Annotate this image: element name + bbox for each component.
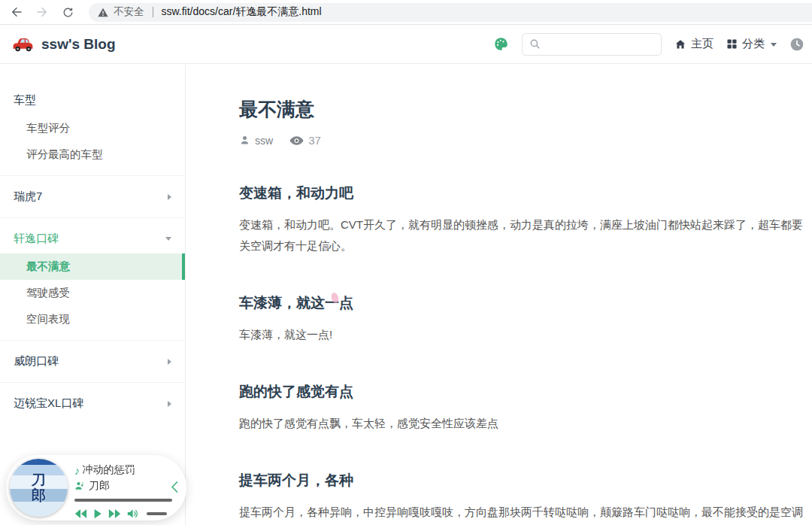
views-count: 37 [308,134,321,147]
section-body: 跑的快了感觉有点飘，车太轻，感觉安全性应该差点 [239,413,807,434]
author-icon [239,135,250,146]
section-heading: 变速箱，和动力吧 [239,184,807,203]
sidebar-item-top-rated-models[interactable]: 评分最高的车型 [0,141,185,168]
section-heading: 跑的快了感觉有点 [239,382,807,402]
browser-forward-icon[interactable] [33,3,51,21]
browser-reload-icon[interactable] [59,3,77,21]
volume-bar[interactable] [147,512,167,515]
site-title: ssw's Blog [41,36,116,53]
sidebar-group-title: 车型 [0,81,185,115]
car-logo-icon [12,36,34,53]
article-section: 车漆薄，就这一点 车漆薄，就这一点! [239,293,807,345]
omnibox-separator [153,7,153,17]
chevron-right-icon [168,359,171,365]
chevron-right-icon [168,194,171,200]
sidebar-item-driving-feel[interactable]: 驾驶感受 [0,280,185,306]
section-body: 提车两个月，各种异响，中控异响嘎吱嘎吱，方向盘那块两千转哒哒响，颠簸路车门哒哒响… [239,502,807,525]
chevron-down-icon [771,43,777,47]
song-row: ♪ 冲动的惩罚 [74,463,167,477]
previous-track-icon[interactable] [74,508,87,519]
site-brand[interactable]: ssw's Blog [12,36,116,53]
views-eye-icon [289,135,304,146]
sidebar-group-mairuibao[interactable]: 迈锐宝XL口碑 [0,382,185,424]
section-heading: 车漆薄，就这一点 [239,293,807,313]
search-box [522,33,662,56]
page-url: ssw.fit/docs/car/轩逸最不满意.html [162,5,322,19]
article-meta: ssw 37 [239,134,807,147]
sidebar-group-models: 车型 车型评分 评分最高的车型 [0,81,185,175]
page-title: 最不满意 [239,96,807,122]
singer-icon [74,481,85,491]
sidebar-group-title: 瑞虎7 [14,190,42,204]
sidebar-group-title: 威朗口碑 [14,354,59,369]
chevron-down-icon [165,237,171,241]
sidebar-group-weilang[interactable]: 威朗口碑 [0,340,185,382]
search-input[interactable] [545,38,654,50]
home-icon [674,38,686,50]
next-track-icon[interactable] [108,508,121,519]
chevron-right-icon [168,401,171,407]
browser-toolbar: 不安全 ssw.fit/docs/car/轩逸最不满意.html [0,0,812,25]
article-section: 跑的快了感觉有点 跑的快了感觉有点飘，车太轻，感觉安全性应该差点 [239,382,807,434]
nav-home-label: 主页 [691,37,714,51]
categories-grid-icon [726,38,738,50]
sidebar-group-ruihu7[interactable]: 瑞虎7 [0,175,185,217]
play-icon[interactable] [93,508,102,519]
sidebar-group-title: 迈锐宝XL口碑 [14,396,83,411]
nav-home[interactable]: 主页 [674,37,714,51]
security-label: 不安全 [114,5,144,19]
sidebar-item-least-satisfied[interactable]: 最不满意 [0,253,185,280]
album-art-label: 刀郎 [32,472,47,504]
artist-row: 刀郎 [74,479,167,493]
section-heading: 提车两个月，各种 [239,471,807,490]
article-section: 变速箱，和动力吧 变速箱，和动力吧。CVT开久了，就有明显的顿挫感，动力是真的拉… [239,184,807,256]
artist-name: 刀郎 [89,479,110,493]
theme-palette-icon[interactable] [493,36,509,52]
music-player: 刀郎 ♪ 冲动的惩罚 刀郎 [6,455,186,520]
sidebar-group-xuanyi: 轩逸口碑 最不满意 驾驶感受 空间表现 [0,217,185,340]
player-collapse-chevron-icon[interactable] [171,481,178,496]
nav-categories-label: 分类 [742,37,765,51]
browser-back-icon[interactable] [8,3,26,21]
author-name: ssw [255,135,273,147]
search-icon [529,38,541,50]
section-body: 车漆薄，就这一点! [239,324,807,345]
not-secure-warning-icon [98,8,108,17]
sidebar-item-model-rating[interactable]: 车型评分 [0,115,185,141]
song-title: 冲动的惩罚 [83,463,135,477]
article: 最不满意 ssw 37 变速箱，和动力吧 变速箱，和动力吧。CVT开久了，就有明… [186,65,812,525]
music-note-icon: ♪ [74,464,80,477]
sidebar-group-xuanyi-toggle[interactable]: 轩逸口碑 [0,217,185,253]
browser-address-bar[interactable]: 不安全 ssw.fit/docs/car/轩逸最不满意.html [89,3,812,22]
nav-categories[interactable]: 分类 [726,37,777,51]
site-header: ssw's Blog 主页 分类 [0,25,812,64]
sidebar-group-title: 轩逸口碑 [14,232,59,246]
section-body: 变速箱，和动力吧。CVT开久了，就有明显的顿挫感，动力是真的拉垮，满座上坡油门都… [239,214,807,256]
album-art[interactable]: 刀郎 [10,459,68,517]
volume-icon[interactable] [127,508,139,519]
progress-bar[interactable] [74,499,172,502]
timeline-clock-icon[interactable] [789,37,804,52]
article-section: 提车两个月，各种 提车两个月，各种异响，中控异响嘎吱嘎吱，方向盘那块两千转哒哒响… [239,471,807,525]
sidebar-item-space[interactable]: 空间表现 [0,306,185,332]
